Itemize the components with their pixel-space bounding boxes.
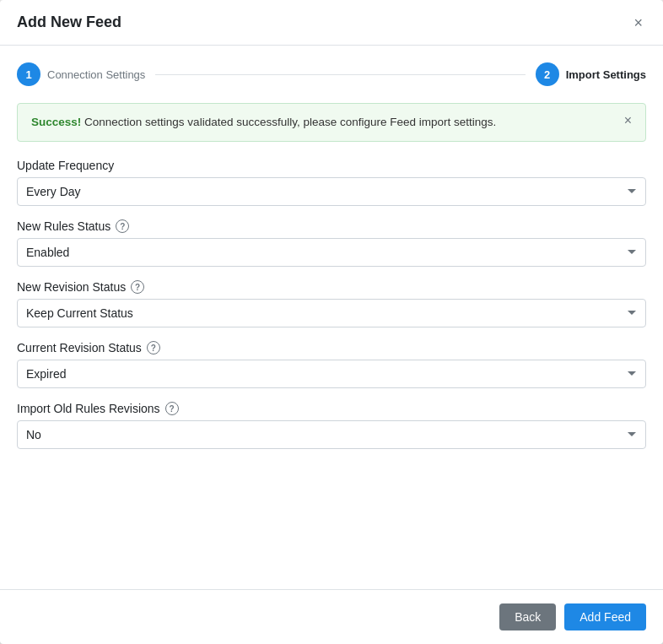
form-group-new-rules-status: New Rules Status?EnabledDisabled: [17, 219, 646, 267]
help-icon-new-rules-status: ?: [116, 219, 129, 233]
form-group-import-old-rules: Import Old Rules Revisions?NoYes: [17, 402, 646, 449]
alert-close-button[interactable]: ×: [614, 114, 632, 127]
form-group-update-frequency: Update FrequencyEvery DayEvery HourEvery…: [17, 159, 646, 206]
success-alert: Success! Connection settings validated s…: [17, 103, 646, 142]
modal-footer: Back Add Feed: [0, 589, 663, 644]
help-icon-new-revision-status: ?: [131, 280, 144, 294]
select-new-rules-status[interactable]: EnabledDisabled: [17, 238, 646, 267]
close-button[interactable]: ×: [630, 15, 646, 30]
step-2: 2 Import Settings: [536, 62, 646, 86]
back-button[interactable]: Back: [499, 603, 556, 630]
form-group-current-revision-status: Current Revision Status?ExpiredEnabledDi…: [17, 341, 646, 388]
label-new-rules-status: New Rules Status?: [17, 219, 646, 233]
modal-title: Add New Feed: [17, 14, 121, 31]
alert-text: Success! Connection settings validated s…: [31, 114, 614, 131]
label-import-old-rules: Import Old Rules Revisions?: [17, 402, 646, 415]
add-feed-button[interactable]: Add Feed: [564, 603, 646, 630]
help-icon-import-old-rules: ?: [165, 402, 179, 415]
alert-message: Connection settings validated successful…: [81, 116, 496, 128]
label-current-revision-status: Current Revision Status?: [17, 341, 646, 354]
help-icon-current-revision-status: ?: [147, 341, 160, 354]
select-import-old-rules[interactable]: NoYes: [17, 420, 646, 449]
select-update-frequency[interactable]: Every DayEvery HourEvery WeekEvery Month: [17, 177, 646, 206]
label-new-revision-status: New Revision Status?: [17, 280, 646, 294]
step-connector: [155, 74, 525, 75]
step-2-circle: 2: [536, 62, 559, 86]
modal-body: 1 Connection Settings 2 Import Settings …: [0, 46, 663, 589]
step-2-label: Import Settings: [566, 68, 646, 81]
stepper: 1 Connection Settings 2 Import Settings: [17, 62, 646, 86]
add-new-feed-modal: Add New Feed × 1 Connection Settings 2 I…: [0, 0, 663, 644]
label-update-frequency: Update Frequency: [17, 159, 646, 172]
form-group-new-revision-status: New Revision Status?Keep Current StatusE…: [17, 280, 646, 327]
step-1-label: Connection Settings: [47, 68, 145, 81]
step-1: 1 Connection Settings: [17, 62, 145, 86]
alert-prefix: Success!: [31, 116, 81, 128]
step-1-circle: 1: [17, 62, 40, 86]
modal-header: Add New Feed ×: [0, 0, 663, 46]
select-current-revision-status[interactable]: ExpiredEnabledDisabled: [17, 360, 646, 388]
form-fields: Update FrequencyEvery DayEvery HourEvery…: [17, 159, 646, 449]
select-new-revision-status[interactable]: Keep Current StatusEnabledDisabled: [17, 299, 646, 327]
